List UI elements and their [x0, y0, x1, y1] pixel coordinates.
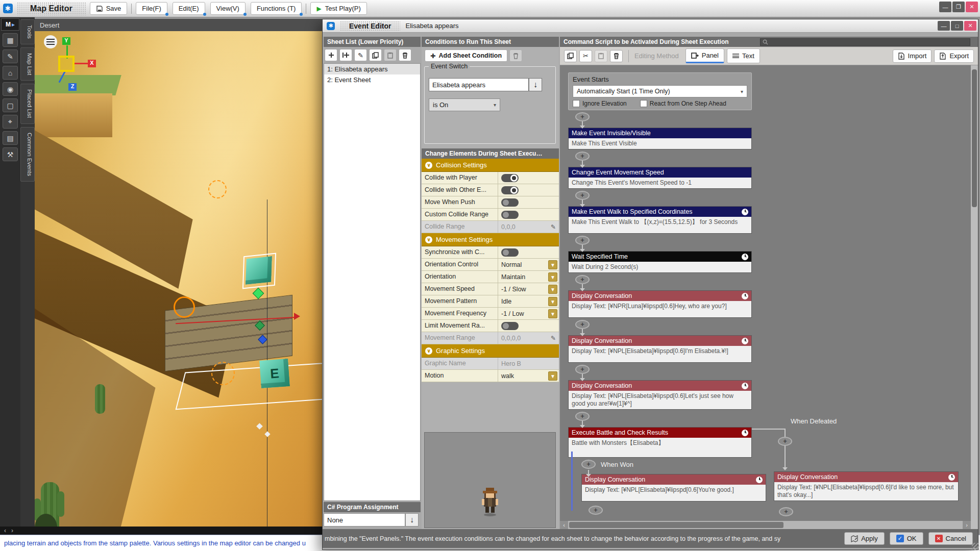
sheet-list-item[interactable]: 2: Event Sheet	[324, 74, 420, 85]
ignore-elevation-checkbox[interactable]: Ignore Elevation	[573, 100, 627, 107]
command-panel[interactable]: Display ConversationDisplay Text: [¥NPL[…	[568, 335, 752, 363]
resize-grip[interactable]	[972, 543, 979, 550]
toggle-off[interactable]	[501, 211, 519, 219]
add-sheet-condition-button[interactable]: ✚Add Sheet Condition	[425, 49, 507, 62]
setting-value[interactable]	[498, 209, 559, 220]
vertical-scrollbar[interactable]	[971, 65, 978, 529]
toggle-off[interactable]	[501, 198, 519, 207]
command-panel[interactable]: Change Event Movement SpeedChange This E…	[568, 167, 752, 189]
command-panel[interactable]: Display ConversationDisplay Text: [¥NPL[…	[581, 474, 766, 502]
command-panel[interactable]: Display Conversation Display Text: [¥NPL…	[774, 471, 959, 501]
command-panel[interactable]: Wait Specified TimeWait During 2 Second(…	[568, 251, 752, 273]
event-editor-titlebar[interactable]: ✱ Event Editor Elisabeta appears — □ ✕	[323, 19, 978, 33]
rename-sheet-button[interactable]: ✎	[354, 49, 367, 61]
circle-tool-icon[interactable]: ◉	[3, 82, 18, 96]
section-header[interactable]: ∨Collision Settings	[422, 159, 559, 172]
script-search-input[interactable]	[760, 38, 970, 46]
editor-minimize-button[interactable]: —	[938, 21, 950, 31]
delete-condition-button[interactable]	[509, 49, 522, 62]
insert-command-button[interactable]: +	[778, 437, 792, 446]
chevron-down-icon[interactable]: ▼	[548, 297, 557, 306]
pencil-icon[interactable]: ✎	[551, 223, 556, 231]
insert-command-button[interactable]: +	[575, 152, 590, 161]
import-button[interactable]: Import	[893, 49, 932, 63]
pencil-icon[interactable]: ✎	[551, 335, 556, 342]
sidebar-tab-tools[interactable]: Tools	[20, 19, 35, 44]
paste-command-button[interactable]	[595, 50, 607, 62]
chevron-down-icon[interactable]: ▼	[548, 371, 557, 381]
setting-value[interactable]: Idle▼	[498, 295, 559, 307]
command-panel[interactable]: Execute Battle and Check ResultsBattle w…	[568, 427, 752, 458]
setting-value[interactable]: walk▼	[498, 370, 559, 382]
setting-value[interactable]	[498, 196, 559, 208]
insert-command-button[interactable]: +	[575, 191, 590, 200]
setting-value[interactable]	[498, 172, 559, 184]
insert-command-button[interactable]: +	[575, 365, 590, 374]
building-tool-icon[interactable]: ⌂	[3, 66, 18, 80]
map-viewport[interactable]: E Y X Z	[35, 31, 322, 527]
editor-close-button[interactable]: ✕	[964, 21, 976, 31]
scroll-left-icon[interactable]: ‹	[4, 527, 6, 534]
sheet-list-item[interactable]: 1: Elisabeta appears	[324, 64, 420, 74]
setting-value[interactable]: Maintain▼	[498, 271, 559, 283]
delete-command-button[interactable]	[610, 50, 623, 62]
setting-value[interactable]	[498, 320, 559, 332]
horizontal-scrollbar[interactable]: ‹ ›	[560, 521, 971, 529]
command-panel[interactable]: Make Event Walk to Specified Coordinates…	[568, 206, 752, 234]
insert-command-button[interactable]: +	[575, 275, 590, 284]
csharp-dropdown[interactable]: None	[324, 513, 405, 527]
sidebar-tab-common-events[interactable]: Common Events	[20, 127, 35, 182]
command-panel[interactable]: Display ConversationDisplay Text: [¥NPR[…	[568, 290, 752, 318]
monitor-tool-icon[interactable]: ▢	[3, 98, 18, 112]
scrollbar-thumb[interactable]	[569, 522, 783, 528]
scrollbar-thumb[interactable]	[972, 69, 977, 207]
setting-value[interactable]: Normal▼	[498, 259, 559, 270]
menu-item[interactable]: Functions (T)	[251, 2, 302, 15]
scroll-right-icon[interactable]: ›	[963, 521, 971, 529]
menu-item[interactable]: File(F)	[136, 2, 167, 15]
insert-sheet-button[interactable]	[339, 49, 352, 61]
ok-button[interactable]: ✓OK	[890, 532, 923, 545]
toggle-on[interactable]	[501, 186, 519, 194]
toggle-on[interactable]	[501, 174, 519, 182]
chevron-down-icon[interactable]: ▼	[548, 272, 557, 282]
menu-item[interactable]: Edit(E)	[173, 2, 205, 15]
csharp-dropdown-arrow[interactable]: ↓	[405, 513, 419, 527]
command-panel[interactable]: Make Event Invisible/VisibleMake This Ev…	[568, 128, 752, 149]
cancel-button[interactable]: ✕Cancel	[928, 532, 973, 545]
scroll-right-icon[interactable]: ›	[11, 527, 13, 534]
insert-command-button[interactable]: +	[581, 460, 596, 469]
scroll-left-icon[interactable]: ‹	[560, 521, 568, 529]
chevron-down-icon[interactable]: ▼	[548, 260, 557, 269]
paste-sheet-button[interactable]	[384, 49, 397, 61]
pen-tool-icon[interactable]: ✎	[3, 49, 18, 63]
layers-tool-icon[interactable]: ▤	[3, 131, 18, 145]
insert-command-button[interactable]: +	[575, 320, 590, 329]
chevron-down-icon[interactable]: ▼	[548, 285, 557, 294]
react-one-step-checkbox[interactable]: React from One Step Ahead	[640, 100, 726, 107]
save-button[interactable]: Save	[90, 2, 128, 15]
hammer-tool-icon[interactable]: ⚒	[3, 147, 18, 161]
switch-state-select[interactable]: is On▾	[429, 98, 500, 111]
event-starts-dropdown[interactable]: Automatically Start (1 Time Only)▾	[573, 85, 747, 97]
cut-command-button[interactable]: ✂	[579, 50, 592, 62]
switch-select[interactable]: Elisabeta appears	[429, 78, 529, 91]
close-button[interactable]: ✕	[966, 2, 978, 12]
section-header[interactable]: ∨Movement Settings	[422, 233, 559, 246]
command-flow-canvas[interactable]: Event Starts Automatically Start (1 Time…	[560, 65, 971, 521]
setting-value[interactable]: -1 / Slow▼	[498, 283, 559, 295]
export-button[interactable]: Export	[934, 49, 974, 63]
insert-command-button[interactable]: +	[779, 507, 793, 516]
collapse-menu-button[interactable]: M▸	[1, 18, 19, 31]
sidebar-tab-placed-list[interactable]: Placed List	[20, 84, 35, 123]
target-tool-icon[interactable]: ⌖	[3, 115, 18, 129]
copy-sheet-button[interactable]	[369, 49, 382, 61]
minimize-button[interactable]: —	[939, 2, 951, 12]
panel-mode-button[interactable]: Panel	[685, 48, 724, 63]
insert-command-button[interactable]: +	[575, 236, 590, 245]
add-sheet-button[interactable]	[325, 49, 337, 61]
delete-sheet-button[interactable]	[399, 49, 411, 61]
sidebar-tab-map-list[interactable]: Map List	[20, 47, 35, 81]
switch-select-arrow[interactable]: ↓	[529, 78, 542, 91]
toggle-off[interactable]	[501, 322, 519, 330]
